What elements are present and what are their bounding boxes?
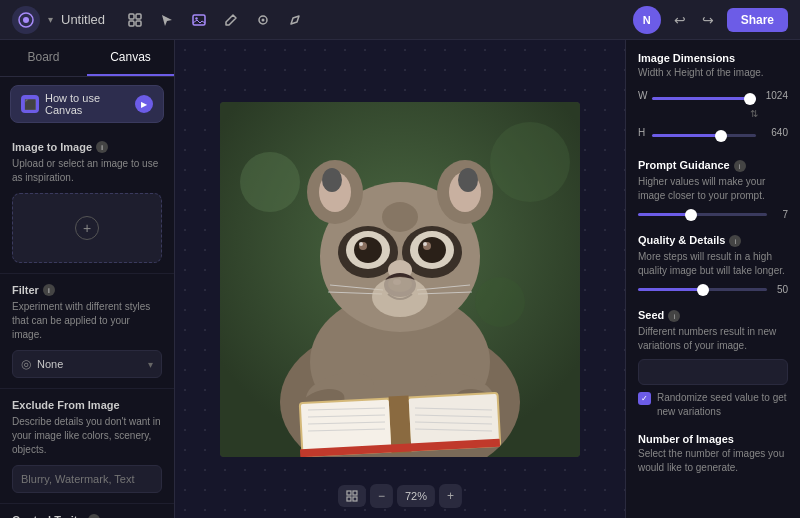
canvas-icon: ⬛ [21,95,39,113]
undo-redo-group: ↩ ↪ [667,7,721,33]
zoom-out-button[interactable]: − [370,484,393,508]
quality-details-info-icon: i [729,235,741,247]
randomize-checkbox[interactable]: ✓ [638,392,651,405]
exclude-title: Exclude From Image [12,399,162,411]
height-slider-wrap [652,123,756,141]
svg-rect-6 [193,15,205,25]
randomize-row: ✓ Randomize seed value to get new variat… [638,391,788,419]
prompt-guidance-value: 7 [771,209,788,220]
left-panel: Board Canvas ⬛ How to use Canvas ▶ Image… [0,40,175,518]
dimensions-desc: Width x Height of the image. [638,66,788,80]
edit-tool[interactable] [217,6,245,34]
canvas-help-wrap: ⬛ How to use Canvas ▶ [0,77,174,131]
height-label: H [638,127,648,138]
topbar-right: N ↩ ↪ Share [633,6,788,34]
app-logo[interactable] [12,6,40,34]
number-of-images-desc: Select the number of images you would li… [638,447,788,475]
svg-rect-60 [347,491,351,495]
width-slider-wrap [652,86,756,104]
panel-tabs: Board Canvas [0,40,174,77]
tab-canvas[interactable]: Canvas [87,40,174,76]
prompt-guidance-slider-row: 7 [638,209,788,220]
height-row: H 640 [638,123,788,141]
svg-rect-3 [136,14,141,19]
svg-point-31 [359,242,363,246]
filter-desc: Experiment with different styles that ca… [12,300,162,342]
svg-rect-5 [136,21,141,26]
link-dimensions-icon[interactable]: ⇅ [750,108,758,119]
canvas-help-label: How to use Canvas [45,92,129,116]
tool-icons [121,6,309,34]
topbar: ▾ Untitled N ↩ ↪ Share [0,0,800,40]
prompt-guidance-info-icon: i [734,160,746,172]
svg-point-21 [322,168,342,192]
svg-rect-62 [347,497,351,501]
control-traits-title: Control Traits i [12,514,162,518]
exclude-input[interactable] [12,465,162,493]
seed-section: Seed i Different numbers result in new v… [638,309,788,419]
quality-details-section: Quality & Details i More steps will resu… [638,234,788,295]
seed-desc: Different numbers result in new variatio… [638,325,788,353]
quality-details-desc: More steps will result in a high quality… [638,250,788,278]
title-chevron[interactable]: ▾ [48,14,53,25]
prompt-guidance-slider[interactable] [638,213,767,216]
frame-tool[interactable] [121,6,149,34]
filter-dropdown[interactable]: ◎ None ▾ [12,350,162,378]
width-row: W 1024 [638,86,788,104]
svg-rect-63 [353,497,357,501]
svg-rect-4 [129,21,134,26]
effects-tool[interactable] [249,6,277,34]
seed-info-icon: i [668,310,680,322]
prompt-guidance-section: Prompt Guidance i Higher values will mak… [638,159,788,220]
plus-icon: + [447,489,454,503]
filter-select-icon: ◎ [21,357,31,371]
filter-title: Filter i [12,284,162,296]
number-of-images-section: Number of Images Select the number of im… [638,433,788,481]
width-slider[interactable] [652,97,756,100]
image-to-image-desc: Upload or select an image to use as insp… [12,157,162,185]
undo-button[interactable]: ↩ [667,7,693,33]
pen-tool[interactable] [281,6,309,34]
svg-point-22 [458,168,478,192]
svg-point-9 [262,18,265,21]
quality-details-value: 50 [771,284,788,295]
control-traits-section: Control Traits i Control generated image… [0,504,174,518]
canvas-image-container [220,102,580,457]
svg-point-1 [23,17,29,23]
quality-details-slider[interactable] [638,288,767,291]
svg-point-42 [382,202,418,232]
height-slider[interactable] [652,134,756,137]
arrow-tool[interactable] [153,6,181,34]
play-icon: ▶ [135,95,153,113]
share-button[interactable]: Share [727,8,788,32]
seed-input[interactable] [638,359,788,385]
svg-point-11 [240,152,300,212]
tab-board[interactable]: Board [0,40,87,76]
avatar: N [633,6,661,34]
image-to-image-title: Image to Image i [12,141,162,153]
dimensions-title: Image Dimensions [638,52,788,64]
minus-icon: − [378,489,385,503]
seed-title: Seed [638,309,664,321]
raccoon-illustration [220,102,580,457]
quality-details-title: Quality & Details [638,234,725,246]
how-to-canvas-button[interactable]: ⬛ How to use Canvas ▶ [10,85,164,123]
redo-button[interactable]: ↪ [695,7,721,33]
zoom-in-button[interactable]: + [439,484,462,508]
svg-point-41 [372,277,428,317]
filter-arrow-icon: ▾ [148,359,153,370]
image-tool[interactable] [185,6,213,34]
image-upload-area[interactable]: + [12,193,162,263]
image-dimensions-section: Image Dimensions Width x Height of the i… [638,52,788,145]
height-value: 640 [760,127,788,138]
right-panel: Image Dimensions Width x Height of the i… [625,40,800,518]
upload-plus-icon: + [75,216,99,240]
document-title: Untitled [61,12,105,27]
fit-view-button[interactable] [338,485,366,507]
svg-point-12 [490,122,570,202]
width-value: 1024 [760,90,788,101]
info-icon: i [96,141,108,153]
control-traits-info-icon: i [88,514,100,518]
canvas-area[interactable]: − 72% + [175,40,625,518]
prompt-guidance-desc: Higher values will make your image close… [638,175,788,203]
